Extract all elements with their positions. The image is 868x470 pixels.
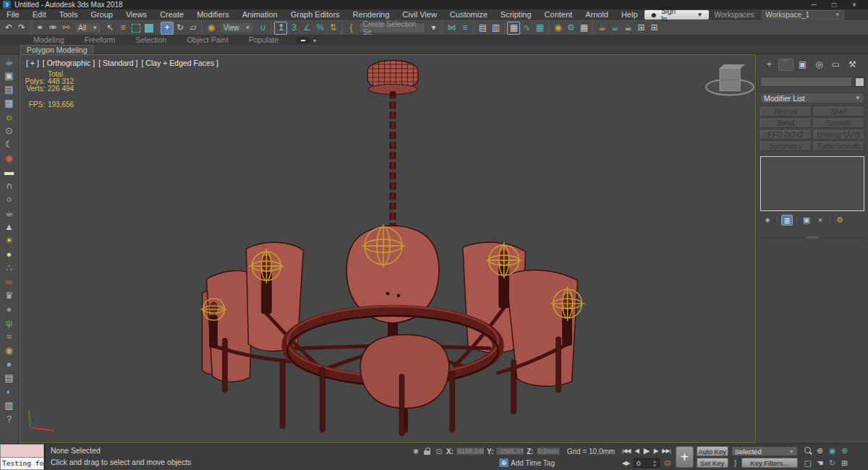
render-production-icon[interactable]: ☕: [595, 22, 608, 35]
chandelier-ceiling-cap[interactable]: [367, 61, 418, 96]
minimize-button[interactable]: ─: [809, 1, 819, 9]
modifier-button[interactable]: Normal: [760, 107, 812, 116]
pin-stack-icon[interactable]: ∗: [762, 215, 773, 226]
menu-item[interactable]: Edit: [26, 10, 53, 19]
maximize-viewport-icon[interactable]: ⊞: [839, 458, 851, 469]
tab-create[interactable]: +: [762, 59, 777, 71]
zoom-extents-icon[interactable]: ◉: [827, 445, 838, 457]
open-in-viewport-a-icon[interactable]: ⊞: [634, 22, 647, 35]
sign-in-button[interactable]: ☻ Sign In ▼: [644, 10, 709, 20]
reference-coordinate-dropdown[interactable]: View▼: [220, 22, 254, 33]
menu-item[interactable]: Arnold: [579, 10, 615, 19]
scene-list-icon[interactable]: ▤: [2, 82, 17, 96]
listener-macro-row[interactable]: [0, 444, 44, 457]
rectangular-selection-region-icon[interactable]: [132, 24, 140, 33]
object-name-field[interactable]: [760, 77, 852, 87]
menu-item[interactable]: Rendering: [346, 10, 396, 19]
teapot-render-icon[interactable]: ☕: [2, 55, 17, 69]
x-coordinate-field[interactable]: 6168,048m: [456, 447, 485, 456]
bird-icon[interactable]: ≈: [2, 330, 17, 343]
percent-snap-icon[interactable]: %: [313, 22, 326, 35]
named-selection-set-field[interactable]: Create Selection Se: [359, 22, 425, 33]
object-color-swatch[interactable]: [855, 77, 864, 87]
listener-script-row[interactable]: Testing for i: [0, 457, 44, 470]
menu-item[interactable]: Create: [153, 10, 190, 19]
modifier-button[interactable]: Shell: [814, 107, 865, 116]
bind-to-space-warp-icon[interactable]: ⚯: [59, 22, 72, 35]
sun-icon[interactable]: ☀: [2, 234, 17, 247]
tab-display[interactable]: ▭: [828, 59, 843, 71]
zoom-region-icon[interactable]: ▢: [802, 458, 814, 469]
material-editor-icon[interactable]: ◉: [551, 22, 564, 35]
spinner-snap-icon[interactable]: ⇅: [326, 22, 339, 35]
layer-manager-icon[interactable]: ▤: [476, 22, 489, 35]
tab-hierarchy[interactable]: ▣: [795, 59, 810, 71]
frame-spinner[interactable]: ▲▼: [652, 459, 657, 467]
show-end-result-icon[interactable]: ≣: [781, 215, 793, 226]
zoom-all-icon[interactable]: ⊕: [814, 445, 826, 457]
ribbon-tab[interactable]: Modeling: [23, 35, 75, 45]
ribbon-tab[interactable]: Object Paint: [176, 35, 238, 45]
close-button[interactable]: ×: [849, 1, 859, 9]
viewport-menu-pov[interactable]: [ Orthographic ]: [43, 59, 95, 67]
y-coordinate-field[interactable]: -1565,67m: [495, 447, 524, 456]
rock-icon[interactable]: ●: [2, 302, 17, 316]
chandelier-lower-dome[interactable]: [360, 335, 449, 433]
molecule-icon[interactable]: ∞: [2, 275, 17, 289]
help-icon[interactable]: ?: [2, 412, 17, 426]
selection-set-dropdown[interactable]: Selected ▼: [731, 446, 798, 456]
unlink-selection-icon[interactable]: ⚮: [46, 22, 59, 35]
viewport-menu-shading[interactable]: [ Clay + Edged Faces ]: [141, 59, 218, 67]
open-in-viewport-b-icon[interactable]: ⊞: [647, 22, 660, 35]
maxscript-mini-listener[interactable]: Testing for i: [0, 444, 46, 470]
menu-item[interactable]: Animation: [236, 10, 284, 19]
previous-frame-button[interactable]: ◀|: [632, 445, 641, 456]
cone-primitive-icon[interactable]: ▲: [2, 220, 17, 234]
render-iterative-icon[interactable]: ☕: [621, 22, 634, 35]
chevron-down-icon[interactable]: ▾: [313, 38, 316, 44]
redo-icon[interactable]: ↷: [15, 22, 28, 35]
snaps-3d-icon[interactable]: 3: [287, 22, 300, 35]
mirror-icon[interactable]: ⋈: [445, 22, 458, 35]
z-coordinate-field[interactable]: 0,0mm: [536, 447, 561, 456]
current-frame-field[interactable]: 0 ▲▼: [634, 458, 660, 468]
zoom-extents-all-icon[interactable]: ⊕: [839, 445, 851, 457]
render-in-cloud-icon[interactable]: ☕: [608, 22, 621, 35]
tab-motion[interactable]: ◎: [812, 59, 827, 71]
notes-icon[interactable]: ▥: [2, 398, 17, 412]
select-and-move-icon[interactable]: +: [161, 22, 174, 35]
layout-grid-icon[interactable]: ▦: [2, 96, 17, 110]
workspace-dropdown[interactable]: Workspace_1 ▼: [762, 10, 843, 20]
set-keys-button[interactable]: +: [676, 446, 694, 468]
viewport-menu-general[interactable]: [ + ]: [26, 59, 39, 67]
time-configuration-icon[interactable]: ⊙: [662, 458, 672, 469]
modifier-button[interactable]: TurboSmooth: [814, 142, 865, 151]
snap-toggle-icon[interactable]: ∪: [256, 22, 269, 35]
dome-primitive-icon[interactable]: ∩: [2, 179, 17, 192]
lightbulb-icon[interactable]: ☼: [2, 110, 17, 124]
add-time-tag-button[interactable]: Add Time Tag: [511, 459, 555, 467]
grass-icon[interactable]: ψ: [2, 316, 17, 330]
pan-hand-icon[interactable]: ☚: [814, 458, 826, 469]
modifier-button[interactable]: Smooth: [814, 119, 865, 128]
named-set-caret-icon[interactable]: ▾: [427, 22, 440, 35]
rendered-frame-icon[interactable]: ▦: [577, 22, 590, 35]
zoom-icon[interactable]: [802, 445, 814, 457]
rollout-divider[interactable]: [760, 237, 864, 238]
select-and-place-icon[interactable]: ↥: [274, 22, 287, 35]
modifier-button[interactable]: Symmetry: [760, 142, 812, 151]
ribbon-toggle-icon[interactable]: ▦: [507, 22, 520, 35]
modifier-stack[interactable]: [760, 156, 864, 211]
select-and-scale-icon[interactable]: ▱: [187, 22, 200, 35]
viewport[interactable]: [ + ] [ Orthographic ] [ Standard ] [ Cl…: [20, 54, 756, 443]
menu-item[interactable]: Graph Editors: [284, 10, 346, 19]
scene-explorer-icon[interactable]: ▥: [489, 22, 502, 35]
edit-named-selection-icon[interactable]: {: [344, 22, 357, 35]
orbit-icon[interactable]: ↻: [827, 458, 838, 469]
auto-key-button[interactable]: Auto Key: [697, 446, 728, 456]
tab-utilities[interactable]: ⚒: [845, 59, 860, 71]
earth-icon[interactable]: ◉: [2, 343, 17, 357]
teapot-primitive-icon[interactable]: ☕: [2, 206, 17, 220]
ribbon-config-icon[interactable]: ▬: [296, 37, 310, 43]
undo-icon[interactable]: ↶: [2, 22, 15, 35]
